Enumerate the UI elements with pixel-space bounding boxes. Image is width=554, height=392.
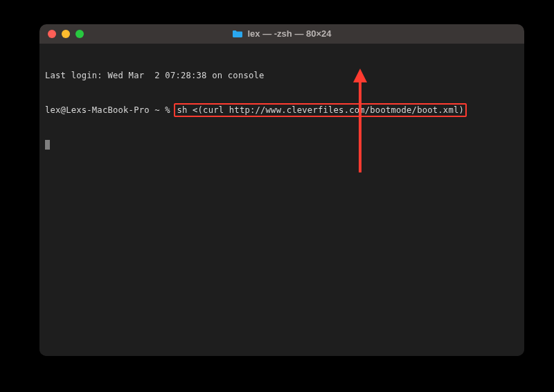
traffic-lights [48, 30, 84, 38]
window-title: lex — -zsh — 80×24 [247, 28, 331, 39]
titlebar[interactable]: lex — -zsh — 80×24 [39, 24, 524, 44]
command-highlight: sh <(curl http://www.cleverfiles.com/boo… [174, 103, 467, 117]
zoom-button[interactable] [75, 30, 84, 38]
close-button[interactable] [48, 30, 56, 38]
cursor-line [45, 139, 519, 150]
prompt-line: lex@Lexs-MacBook-Pro ~ % sh <(curl http:… [45, 103, 519, 117]
folder-icon [232, 30, 243, 38]
typed-command: sh <(curl http://www.cleverfiles.com/boo… [177, 105, 464, 115]
terminal-body[interactable]: Last login: Wed Mar 2 07:28:38 on consol… [39, 44, 524, 356]
shell-prompt: lex@Lexs-MacBook-Pro ~ % [45, 105, 175, 115]
cursor-block-icon [45, 140, 50, 150]
minimize-button[interactable] [62, 30, 70, 38]
terminal-window: lex — -zsh — 80×24 Last login: Wed Mar 2… [39, 24, 524, 356]
annotation-arrow-icon [351, 69, 369, 172]
last-login-line: Last login: Wed Mar 2 07:28:38 on consol… [45, 70, 519, 81]
window-title-container: lex — -zsh — 80×24 [39, 28, 524, 41]
